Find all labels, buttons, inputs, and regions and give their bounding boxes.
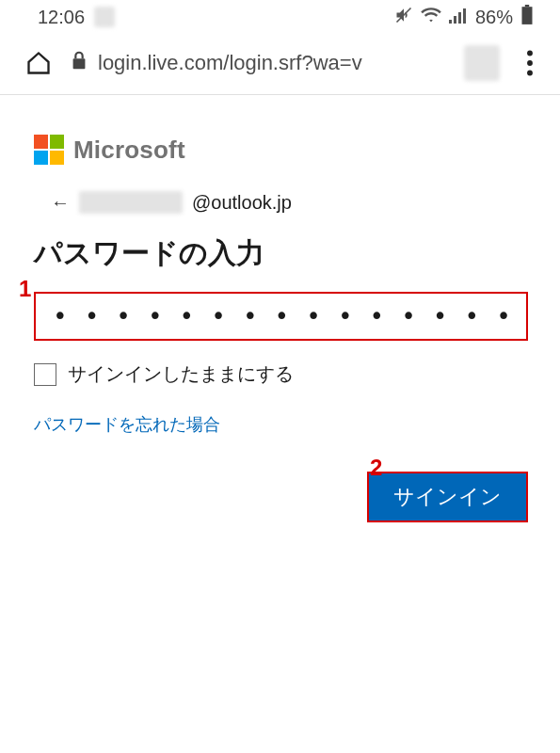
identity-username-redacted (79, 191, 183, 214)
keep-signed-in-checkbox[interactable] (34, 363, 56, 386)
lock-icon (70, 50, 88, 76)
keep-signed-in-row[interactable]: サインインしたままにする (34, 361, 528, 387)
svg-rect-2 (522, 7, 533, 24)
svg-point-5 (527, 60, 533, 66)
microsoft-logo: Microsoft (34, 135, 528, 165)
url-text: login.live.com/login.srf?wa=v (98, 51, 362, 75)
browser-toolbar: login.live.com/login.srf?wa=v (0, 34, 560, 95)
annotation-1: 1 (19, 276, 31, 302)
status-bar: 12:06 86% (0, 0, 560, 34)
battery-icon (520, 5, 534, 30)
login-card: Microsoft ← @outlook.jp パスワードの入力 •••••••… (0, 95, 560, 522)
svg-rect-3 (73, 58, 86, 69)
wifi-icon (421, 7, 441, 28)
identity-row[interactable]: ← @outlook.jp (34, 191, 528, 214)
annotation-2: 2 (370, 455, 382, 481)
svg-point-4 (527, 51, 533, 56)
identity-domain: @outlook.jp (192, 192, 292, 214)
mute-icon (394, 6, 413, 29)
svg-rect-1 (525, 5, 529, 7)
microsoft-wordmark: Microsoft (73, 136, 185, 165)
keep-signed-in-label: サインインしたままにする (68, 361, 294, 387)
forgot-password-link[interactable]: パスワードを忘れた場合 (34, 413, 528, 436)
back-arrow-icon[interactable]: ← (51, 192, 70, 214)
address-bar[interactable]: login.live.com/login.srf?wa=v (70, 50, 447, 76)
password-input[interactable]: •••••••••••••••••••••••• (34, 292, 528, 341)
status-time: 12:06 (38, 7, 85, 28)
svg-point-6 (527, 71, 533, 76)
home-button[interactable] (24, 49, 53, 77)
tab-count-button[interactable] (464, 45, 500, 81)
microsoft-logo-squares (34, 135, 64, 165)
page-title: パスワードの入力 (34, 234, 528, 273)
status-app-icon (94, 7, 115, 27)
battery-percent: 86% (475, 7, 513, 28)
signin-button[interactable]: サインイン (367, 472, 528, 522)
browser-menu-button[interactable] (517, 50, 543, 76)
cellular-icon (449, 7, 468, 28)
